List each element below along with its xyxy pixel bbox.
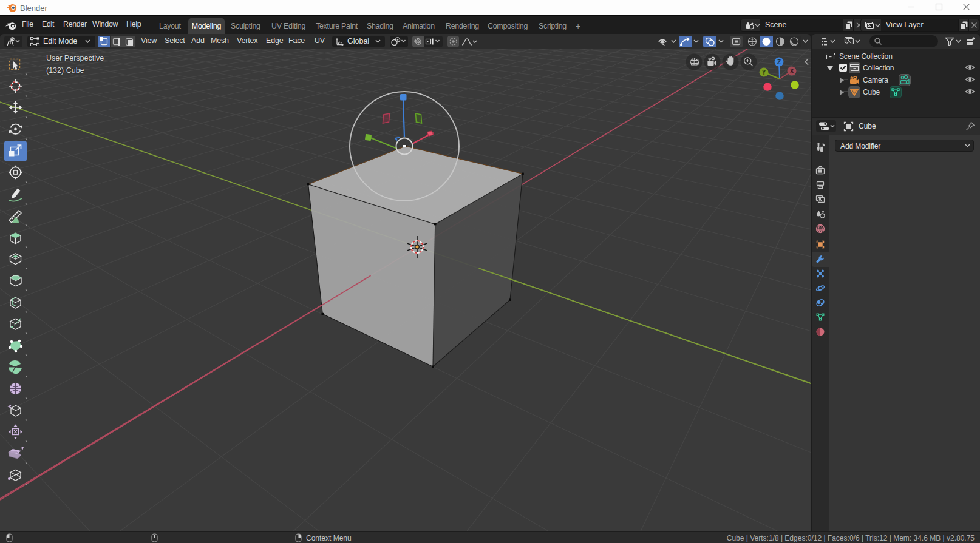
svg-text:X: X	[790, 68, 794, 75]
svg-text:Y: Y	[762, 69, 766, 76]
svg-text:Z: Z	[777, 59, 781, 66]
